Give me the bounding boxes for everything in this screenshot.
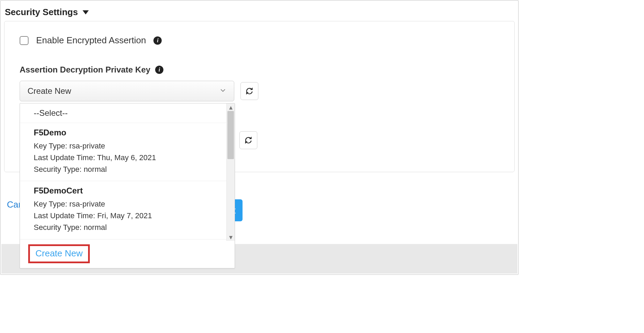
section-header[interactable]: Security Settings [1, 1, 518, 21]
enable-encrypted-assertion-row: Enable Encrypted Assertion i [20, 35, 499, 46]
dropdown-option-cutoff[interactable] [20, 240, 235, 241]
dropdown-footer: Create New [20, 241, 235, 268]
chevron-down-icon [219, 86, 226, 96]
dropdown-option-name: F5DemoCert [34, 186, 221, 196]
dropdown-scroll-area: --Select-- F5Demo Key Type: rsa-private … [20, 103, 235, 241]
dropdown-scrollbar[interactable]: ▴ ▾ [226, 103, 235, 241]
scroll-down-icon[interactable]: ▾ [227, 233, 235, 241]
scrollbar-thumb[interactable] [227, 111, 234, 159]
create-new-option[interactable]: Create New [28, 244, 90, 263]
private-key-label-text: Assertion Decryption Private Key [20, 65, 150, 75]
dropdown-placeholder-option[interactable]: --Select-- [20, 103, 235, 123]
info-icon[interactable]: i [155, 66, 163, 74]
private-key-select-value: Create New [28, 86, 71, 96]
security-settings-container: Security Settings Enable Encrypted Asser… [0, 0, 519, 275]
info-icon[interactable]: i [153, 36, 162, 45]
refresh-button[interactable] [240, 82, 258, 100]
dropdown-option[interactable]: F5Demo Key Type: rsa-private Last Update… [20, 123, 235, 181]
dropdown-option-meta: Key Type: rsa-private Last Update Time: … [34, 198, 221, 233]
refresh-icon [245, 86, 254, 96]
dropdown-option-name: F5Demo [34, 128, 221, 137]
section-title: Security Settings [5, 7, 78, 18]
scroll-up-icon[interactable]: ▴ [227, 103, 235, 111]
enable-encrypted-assertion-label: Enable Encrypted Assertion [36, 35, 146, 46]
dropdown-option[interactable]: F5DemoCert Key Type: rsa-private Last Up… [20, 181, 235, 239]
refresh-button-secondary[interactable] [239, 131, 257, 149]
caret-down-icon [83, 10, 89, 14]
private-key-dropdown: --Select-- F5Demo Key Type: rsa-private … [20, 103, 235, 268]
private-key-select[interactable]: Create New [20, 81, 234, 101]
create-new-label: Create New [35, 248, 83, 258]
dropdown-option-meta: Key Type: rsa-private Last Update Time: … [34, 140, 221, 175]
private-key-field-label: Assertion Decryption Private Key i [20, 65, 499, 75]
enable-encrypted-assertion-checkbox[interactable] [20, 36, 29, 45]
private-key-select-row: Create New [20, 81, 499, 101]
refresh-icon [244, 135, 253, 145]
